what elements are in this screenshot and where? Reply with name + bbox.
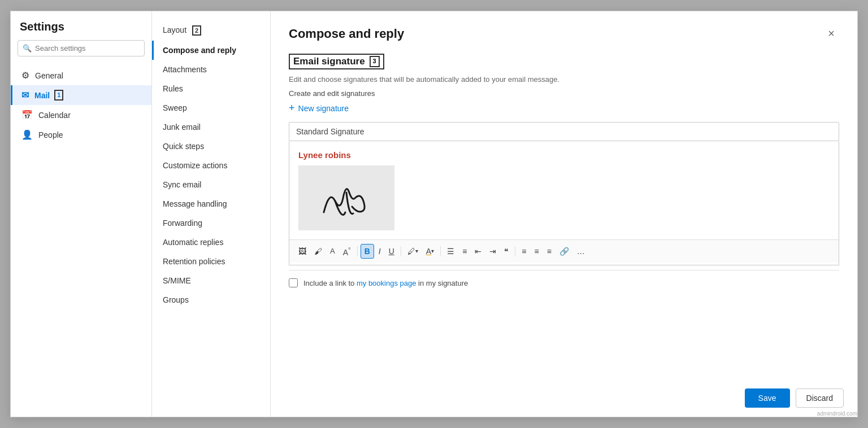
signature-editor[interactable]: Lynee robins 🖼 [289,141,839,265]
page-title: Compose and reply [289,27,404,41]
align-center-icon: ≡ [535,247,539,256]
sidebar-item-general[interactable]: ⚙ General [11,65,151,85]
font-size-button[interactable]: A [327,244,338,257]
new-signature-label: New signature [298,104,349,113]
superscript-button[interactable]: A° [340,243,354,259]
more-options-button[interactable]: … [574,244,588,258]
middle-item-label-forwarding: Forwarding [163,219,202,228]
middle-item-groups[interactable]: Groups [152,290,270,309]
font-size-icon: A [330,247,335,255]
middle-item-smime[interactable]: S/MIME [152,271,270,290]
sidebar-item-mail[interactable]: ✉ Mail 1 [11,85,151,105]
highlight-button[interactable]: 🖊 ▾ [404,244,422,258]
signature-name-input[interactable] [289,122,839,141]
numbering-icon: ≡ [462,247,467,256]
email-signature-section: Email signature 3 Edit and choose signat… [289,54,839,293]
middle-item-label-sweep: Sweep [163,103,187,112]
middle-item-sweep[interactable]: Sweep [152,98,270,117]
bookings-link[interactable]: my bookings page [357,279,416,287]
bold-icon: B [364,247,370,256]
numbering-button[interactable]: ≡ [459,244,470,258]
section-sub-label: Create and edit signatures [289,89,839,98]
format-painter-button[interactable]: 🖌 [311,244,326,258]
footer-actions: Save Discard [745,388,844,408]
quote-button[interactable]: ❝ [501,244,512,258]
signature-content: Lynee robins [289,141,839,239]
mail-badge: 1 [54,90,63,100]
sidebar-title: Settings [11,20,151,40]
middle-item-forwarding[interactable]: Forwarding [152,213,270,233]
settings-window: Settings 🔍 ⚙ General ✉ Mail 1 📅 Calendar… [10,11,858,417]
bookings-checkbox[interactable] [289,278,298,287]
search-icon: 🔍 [23,44,32,53]
middle-item-quick-steps[interactable]: Quick steps [152,137,270,156]
underline-button[interactable]: U [385,244,398,258]
align-right-button[interactable]: ≡ [544,244,555,258]
search-box[interactable]: 🔍 [18,40,145,56]
middle-item-attachments[interactable]: Attachments [152,60,270,79]
middle-item-customize[interactable]: Customize actions [152,156,270,175]
close-button[interactable]: × [823,25,839,42]
italic-button[interactable]: I [375,244,384,258]
decrease-indent-button[interactable]: ⇤ [471,244,485,258]
signature-image [298,165,394,230]
formatting-toolbar: 🖼 🖌 A A° B [289,239,839,263]
main-content: Compose and reply × Email signature 3 Ed… [271,11,857,417]
font-color-button[interactable]: A ▾ [423,244,437,258]
bookings-text: Include a link to my bookings page in my… [303,279,468,287]
toolbar-divider-4 [515,246,515,256]
middle-menu: Layout 2 Compose and reply Attachments R… [152,11,271,417]
align-left-button[interactable]: ≡ [518,244,530,258]
signature-author-name: Lynee robins [298,150,830,160]
middle-item-message-handling[interactable]: Message handling [152,194,270,213]
middle-item-layout[interactable]: Layout 2 [152,20,270,41]
middle-item-compose-reply[interactable]: Compose and reply [152,41,270,60]
bold-button[interactable]: B [361,244,374,259]
sidebar-item-label-general: General [35,71,63,80]
search-input[interactable] [35,44,140,53]
middle-item-label-quick-steps: Quick steps [163,142,204,151]
middle-item-rules[interactable]: Rules [152,79,270,98]
middle-item-label-attachments: Attachments [163,65,207,74]
middle-item-label-junk: Junk email [163,123,201,132]
middle-item-junk[interactable]: Junk email [152,117,270,137]
font-color-icon: A [426,247,431,256]
toolbar-divider-1 [357,246,358,256]
sidebar-item-label-people: People [38,130,63,139]
italic-icon: I [379,247,381,256]
increase-indent-button[interactable]: ⇥ [486,244,500,258]
people-icon: 👤 [21,129,33,140]
middle-item-label-auto-replies: Automatic replies [163,238,223,247]
insert-link-button[interactable]: 🔗 [556,244,572,258]
middle-item-retention[interactable]: Retention policies [152,252,270,271]
section-title-box: Email signature 3 [289,54,384,69]
format-painter-icon: 🖌 [314,247,322,256]
plus-icon: + [289,102,295,114]
align-left-icon: ≡ [522,247,526,256]
highlight-icon: 🖊 [407,247,415,256]
middle-item-label-layout: Layout [163,25,186,34]
sidebar-item-label-calendar: Calendar [38,111,71,120]
middle-item-sync[interactable]: Sync email [152,175,270,194]
align-center-button[interactable]: ≡ [531,244,542,258]
new-signature-button[interactable]: + New signature [289,102,349,114]
section-description: Edit and choose signatures that will be … [289,75,839,84]
sidebar-item-calendar[interactable]: 📅 Calendar [11,105,151,125]
insert-image-icon: 🖼 [298,247,306,256]
mail-icon: ✉ [21,90,29,101]
middle-item-label-compose: Compose and reply [163,46,236,55]
sidebar-item-people[interactable]: 👤 People [11,125,151,145]
calendar-icon: 📅 [21,110,33,120]
quote-icon: ❝ [504,247,509,256]
discard-button[interactable]: Discard [796,388,844,408]
increase-indent-icon: ⇥ [489,247,496,256]
middle-item-auto-replies[interactable]: Automatic replies [152,233,270,252]
align-right-icon: ≡ [547,247,552,256]
sidebar-item-label-mail: Mail [34,91,50,100]
insert-image-button[interactable]: 🖼 [295,244,310,258]
section-badge: 3 [370,56,380,67]
save-button[interactable]: Save [745,388,790,408]
toolbar-divider-2 [401,246,401,256]
bullets-button[interactable]: ☰ [444,244,458,258]
middle-item-label-message-handling: Message handling [163,199,227,208]
